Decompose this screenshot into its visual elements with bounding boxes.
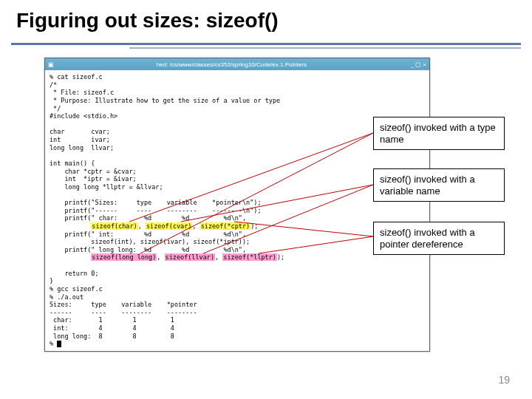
code-line: long long llvar; [50,144,114,151]
code-line: return 0; [50,270,99,277]
code-line: printf(" char: %d %d %d\n", [50,214,246,222]
sizeof-type-highlight: sizeof(char) [91,222,137,230]
code-line: % gcc sizeof.c [50,285,103,293]
terminal-titlebar: ▣ hed: /cs/www/classes/cs352/spring10/Co… [45,58,429,70]
terminal-title: hed: /cs/www/classes/cs352/spring10/Code… [54,61,409,68]
close-icon: × [423,61,426,68]
code-line: % cat sizeof.c [50,73,103,81]
code-line: int: 4 4 4 [50,324,174,332]
sizeof-type-highlight: sizeof(long long) [91,253,157,261]
callout-sizeof-type: sizeof() invoked with a type name [373,117,505,150]
code-line: * Purpose: Illustrate how to get the siz… [50,97,280,104]
code-text: , [215,253,222,261]
title-underline-thin [129,47,521,49]
code-line: printf(" int: %d %d %d\n", [50,231,246,238]
code-line: long long: 8 8 8 [50,332,174,340]
page-number: 19 [498,374,510,386]
code-line: sizeof(int), sizeof(ivar), sizeof(*iptr)… [50,238,250,245]
minimize-icon: _ [411,61,414,68]
code-text: , [192,222,200,230]
code-line: int ivar; [50,136,110,143]
code-line: ------ ---- -------- -------- [50,309,197,316]
code-line: Sizes: type variable *pointer [50,301,197,308]
code-line: int *iptr = &ivar; [50,175,137,183]
terminal-body: % cat sizeof.c /* * File: sizeof.c * Pur… [45,70,429,351]
code-line: printf(" long long: %d %d %d\n", [50,246,246,253]
code-line: * File: sizeof.c [50,89,114,96]
callout-sizeof-deref: sizeof() invoked with a pointer derefere… [373,222,505,255]
title-underline-thick [11,43,521,45]
code-line: char: 1 1 1 [50,316,174,324]
sizeof-deref-highlight: sizeof(*cptr) [200,222,251,230]
callout-sizeof-variable: sizeof() invoked with a variable name [373,168,505,202]
sizeof-var-highlight: sizeof(llvar) [165,253,216,261]
code-text: ); [277,253,284,261]
slide-title: Figuring out sizes: sizeof() [16,9,279,33]
terminal-window: ▣ hed: /cs/www/classes/cs352/spring10/Co… [44,58,430,352]
sizeof-var-highlight: sizeof(cvar) [146,222,192,230]
code-text: ); [250,222,258,230]
code-line: printf("------ ---- -------- --------\n"… [50,207,262,214]
maximize-icon: ▢ [415,61,421,68]
code-line: long long *llptr = &llvar; [50,183,163,191]
sizeof-deref-highlight: sizeof(*llptr) [222,253,277,261]
code-line: int main() { [50,160,95,167]
code-line: printf("Sizes: type variable *pointer\n"… [50,199,262,206]
code-line: % [50,340,57,347]
code-line: char cvar; [50,128,110,135]
code-line: } [50,277,53,284]
code-text: , [157,253,164,261]
terminal-cursor [57,341,61,347]
code-line: char *cptr = &cvar; [50,168,137,175]
code-line: % ./a.out [50,293,83,301]
code-line: #include <stdio.h> [50,112,117,120]
code-text: , [138,222,146,230]
terminal-icon: ▣ [48,61,54,68]
code-line: /* [50,81,57,89]
code-line: */ [50,105,61,112]
